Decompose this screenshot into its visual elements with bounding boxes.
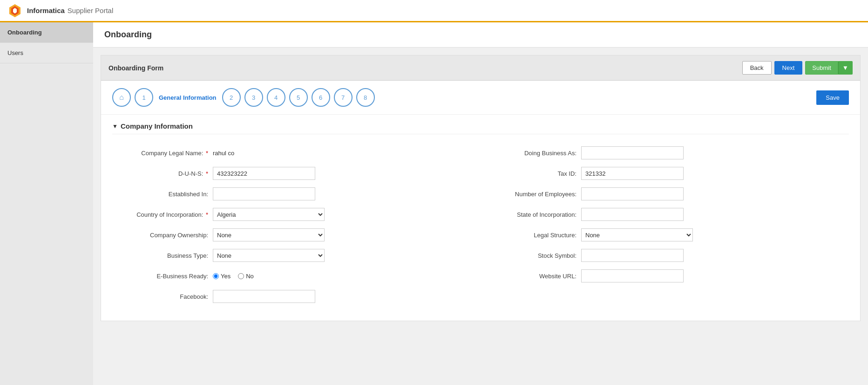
field-row-country-of-incorporation: Country of Incorporation: * Algeria Unit… [120, 207, 473, 222]
step-5[interactable]: 5 [289, 88, 308, 107]
field-row-company-ownership: Company Ownership: None Public Private G… [120, 227, 473, 242]
sidebar: Onboarding Users [0, 22, 93, 385]
portal-name: Supplier Portal [68, 7, 113, 14]
stock-symbol-input[interactable] [581, 249, 684, 262]
steps-save-area: Save [816, 90, 849, 105]
informatica-logo-icon [7, 3, 22, 18]
top-header: Informatica Supplier Portal [0, 0, 868, 22]
form-header: Onboarding Form Back Next Submit ▼ [101, 55, 860, 81]
step-8[interactable]: 8 [356, 88, 375, 107]
duns-label: D-U-N-S: * [120, 170, 213, 177]
field-row-e-business-ready: E-Business Ready: Yes No [120, 268, 473, 283]
steps-bar: ⌂ 1 General Information 2 3 4 5 6 7 8 Sa… [101, 81, 860, 115]
state-of-incorporation-input[interactable] [581, 208, 684, 221]
submit-group: Submit ▼ [805, 61, 853, 75]
business-type-label: Business Type: [120, 252, 213, 259]
e-business-ready-no-label[interactable]: No [238, 273, 254, 280]
facebook-input[interactable] [213, 290, 315, 303]
required-star-duns: * [206, 170, 208, 177]
field-row-duns: D-U-N-S: * [120, 166, 473, 181]
step-3[interactable]: 3 [244, 88, 263, 107]
facebook-label: Facebook: [120, 293, 213, 300]
field-row-established-in: Established In: [120, 186, 473, 201]
e-business-ready-yes-radio[interactable] [213, 273, 219, 279]
field-row-doing-business-as: Doing Business As: [488, 145, 841, 160]
form-col-right: Doing Business As: Tax ID: Number of Emp… [481, 142, 849, 313]
step-4[interactable]: 4 [267, 88, 285, 107]
back-button[interactable]: Back [742, 61, 772, 75]
next-button[interactable]: Next [774, 61, 803, 75]
stock-symbol-label: Stock Symbol: [488, 252, 581, 259]
form-header-buttons: Back Next Submit ▼ [742, 61, 853, 75]
website-url-label: Website URL: [488, 273, 581, 280]
field-row-business-type: Business Type: None Corporation Partners… [120, 248, 473, 263]
field-row-state-of-incorporation: State of Incorporation: [488, 207, 841, 222]
field-row-number-of-employees: Number of Employees: [488, 186, 841, 201]
country-of-incorporation-select[interactable]: Algeria United States United Kingdom Can… [213, 208, 325, 221]
main-content: Onboarding Onboarding Form Back Next Sub… [93, 22, 868, 385]
business-type-select[interactable]: None Corporation Partnership Sole Propri… [213, 249, 325, 262]
submit-dropdown-button[interactable]: ▼ [838, 61, 853, 75]
e-business-ready-yes-label[interactable]: Yes [213, 273, 231, 280]
section-title: ▼ Company Information [112, 122, 849, 134]
field-row-company-legal-name: Company Legal Name: * rahul co [120, 145, 473, 160]
required-star-country: * [206, 211, 208, 218]
submit-button[interactable]: Submit [805, 61, 838, 75]
established-in-label: Established In: [120, 191, 213, 198]
page-title: Onboarding [104, 30, 152, 39]
page-header: Onboarding [93, 22, 868, 48]
tax-id-label: Tax ID: [488, 170, 581, 177]
company-legal-name-label: Company Legal Name: * [120, 150, 213, 157]
form-container: Onboarding Form Back Next Submit ▼ ⌂ 1 G… [101, 55, 861, 321]
field-row-stock-symbol: Stock Symbol: [488, 248, 841, 263]
legal-structure-select[interactable]: None LLC Corporation Partnership [581, 228, 693, 241]
company-information-section: ▼ Company Information Company Legal Name… [101, 115, 860, 321]
step-home[interactable]: ⌂ [112, 88, 131, 107]
step-active-label: General Information [159, 94, 217, 101]
e-business-ready-label: E-Business Ready: [120, 273, 213, 280]
duns-input[interactable] [213, 167, 315, 180]
doing-business-as-input[interactable] [581, 146, 684, 159]
number-of-employees-input[interactable] [581, 187, 684, 200]
e-business-ready-radio-group: Yes No [213, 273, 254, 280]
company-ownership-label: Company Ownership: [120, 232, 213, 239]
field-row-legal-structure: Legal Structure: None LLC Corporation Pa… [488, 227, 841, 242]
form-grid: Company Legal Name: * rahul co D-U-N-S: … [112, 142, 849, 313]
sidebar-item-onboarding[interactable]: Onboarding [0, 22, 93, 43]
required-star: * [206, 150, 208, 157]
company-ownership-select[interactable]: None Public Private Government [213, 228, 325, 241]
section-collapse-icon[interactable]: ▼ [112, 123, 118, 130]
tax-id-input[interactable] [581, 167, 684, 180]
website-url-input[interactable] [581, 269, 684, 282]
field-row-website-url: Website URL: [488, 268, 841, 283]
step-7[interactable]: 7 [334, 88, 353, 107]
field-row-facebook: Facebook: [120, 289, 473, 304]
e-business-ready-no-radio[interactable] [238, 273, 244, 279]
established-in-input[interactable] [213, 187, 315, 200]
state-of-incorporation-label: State of Incorporation: [488, 211, 581, 218]
step-6[interactable]: 6 [312, 88, 330, 107]
legal-structure-label: Legal Structure: [488, 232, 581, 239]
step-1[interactable]: 1 [135, 88, 153, 107]
number-of-employees-label: Number of Employees: [488, 191, 581, 198]
sidebar-item-users[interactable]: Users [0, 43, 93, 63]
step-2[interactable]: 2 [222, 88, 241, 107]
form-header-title: Onboarding Form [108, 64, 163, 72]
country-of-incorporation-label: Country of Incorporation: * [120, 211, 213, 218]
field-row-tax-id: Tax ID: [488, 166, 841, 181]
app-name: Informatica [27, 7, 65, 14]
doing-business-as-label: Doing Business As: [488, 150, 581, 157]
save-button[interactable]: Save [816, 90, 849, 105]
form-col-left: Company Legal Name: * rahul co D-U-N-S: … [112, 142, 481, 313]
company-legal-name-value: rahul co [213, 150, 234, 157]
